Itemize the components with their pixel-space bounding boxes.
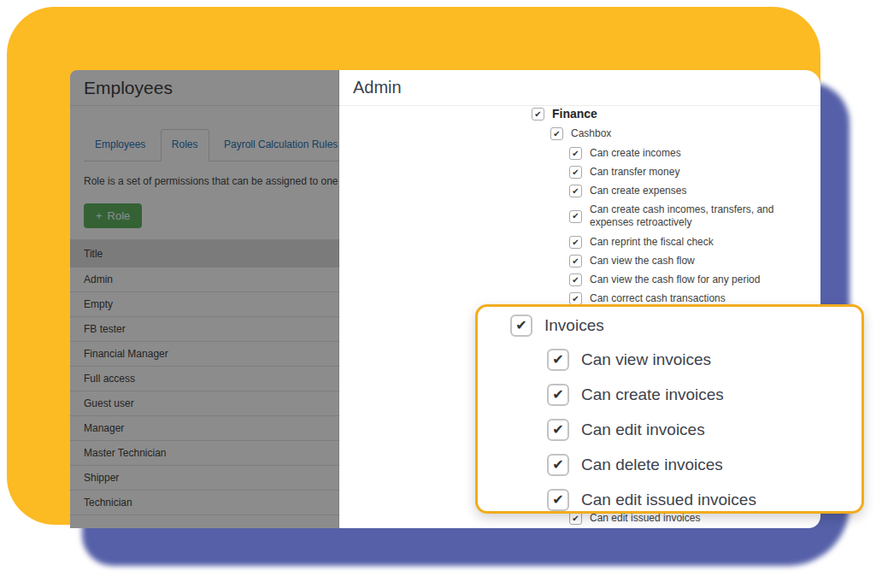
permission-item: ✔ Can edit issued invoices	[547, 489, 756, 511]
dim-overlay	[70, 70, 339, 528]
permission-group-finance: ✔ Finance	[532, 108, 597, 121]
check-icon: ✔	[572, 514, 579, 523]
permission-label: Can view the cash flow	[590, 255, 695, 268]
checkbox-checked[interactable]: ✔	[547, 349, 569, 371]
checkbox-checked[interactable]: ✔	[547, 384, 569, 406]
checkbox-checked[interactable]: ✔	[547, 489, 569, 511]
checkbox-checked[interactable]: ✔	[569, 292, 582, 305]
checkbox-checked[interactable]: ✔	[569, 147, 582, 160]
permission-label: Can view invoices	[581, 350, 711, 369]
check-icon: ✔	[515, 319, 526, 332]
checkbox-checked[interactable]: ✔	[569, 273, 582, 286]
check-icon: ✔	[534, 110, 541, 119]
check-icon: ✔	[552, 423, 563, 437]
permission-item: ✔ Can edit issued invoices	[569, 512, 700, 525]
permission-label: Can correct cash transactions	[590, 292, 726, 305]
permission-item: ✔ Can create cash incomes, transfers, an…	[569, 203, 795, 229]
permission-label: Can edit issued invoices	[581, 491, 756, 509]
checkbox-checked[interactable]: ✔	[569, 236, 582, 249]
permission-group-label: Finance	[552, 108, 597, 121]
permission-label: Cashbox	[571, 127, 611, 140]
employees-panel: Employees Employees Roles Payroll Calcul…	[70, 70, 339, 528]
permission-item: ✔ Can create expenses	[569, 185, 686, 197]
permission-item: ✔ Can edit invoices	[547, 419, 705, 441]
permission-group-label: Invoices	[544, 316, 604, 335]
checkbox-checked[interactable]: ✔	[569, 255, 582, 268]
checkbox-checked[interactable]: ✔	[547, 454, 569, 476]
permission-group-invoices: ✔ Invoices	[510, 315, 604, 337]
checkbox-checked[interactable]: ✔	[569, 210, 582, 223]
permission-item: ✔ Can view invoices	[547, 349, 711, 371]
permission-label: Can view the cash flow for any period	[590, 273, 760, 286]
check-icon: ✔	[552, 458, 563, 472]
check-icon: ✔	[552, 493, 563, 507]
permission-label: Can edit issued invoices	[590, 512, 700, 525]
permission-item: ✔ Can create incomes	[569, 147, 681, 160]
permission-item: ✔ Can delete invoices	[547, 454, 723, 476]
checkbox-checked[interactable]: ✔	[547, 419, 569, 441]
permission-item: ✔ Can view the cash flow	[569, 255, 695, 268]
checkbox-checked[interactable]: ✔	[550, 127, 563, 140]
check-icon: ✔	[572, 238, 579, 247]
permission-label: Can transfer money	[590, 166, 679, 179]
permission-item: ✔ Can view the cash flow for any period	[569, 273, 760, 286]
permission-label: Can delete invoices	[581, 456, 723, 474]
admin-panel-header: Admin	[339, 70, 820, 106]
permission-item: ✔ Can reprint the fiscal check	[569, 236, 714, 249]
checkbox-checked[interactable]: ✔	[532, 108, 544, 121]
check-icon: ✔	[553, 130, 560, 138]
role-title: Admin	[353, 78, 402, 97]
permission-item: ✔ Can transfer money	[569, 166, 679, 179]
screenshot-stage: Employees Employees Roles Payroll Calcul…	[0, 0, 882, 588]
check-icon: ✔	[572, 187, 579, 196]
permission-label: Can create cash incomes, transfers, and …	[590, 203, 795, 229]
checkbox-checked[interactable]: ✔	[569, 166, 582, 179]
permission-label: Can create invoices	[581, 385, 724, 404]
check-icon: ✔	[572, 295, 579, 303]
check-icon: ✔	[572, 150, 579, 158]
invoices-magnifier-callout: ✔ Invoices ✔ Can view invoices ✔ Can cre…	[475, 304, 864, 514]
permission-item: ✔ Can create invoices	[547, 384, 724, 406]
checkbox-checked[interactable]: ✔	[569, 512, 582, 525]
checkbox-checked[interactable]: ✔	[569, 185, 582, 197]
permission-label: Can create expenses	[590, 185, 686, 197]
check-icon: ✔	[552, 353, 563, 367]
check-icon: ✔	[572, 168, 579, 177]
permission-subgroup-cashbox: ✔ Cashbox	[550, 127, 611, 140]
check-icon: ✔	[572, 212, 579, 220]
permission-label: Can edit invoices	[581, 420, 705, 439]
permission-label: Can create incomes	[590, 147, 681, 160]
permission-label: Can reprint the fiscal check	[590, 236, 714, 249]
check-icon: ✔	[552, 388, 563, 402]
check-icon: ✔	[572, 257, 579, 266]
check-icon: ✔	[572, 276, 579, 285]
checkbox-checked[interactable]: ✔	[510, 315, 532, 337]
permission-item: ✔ Can correct cash transactions	[569, 292, 726, 305]
